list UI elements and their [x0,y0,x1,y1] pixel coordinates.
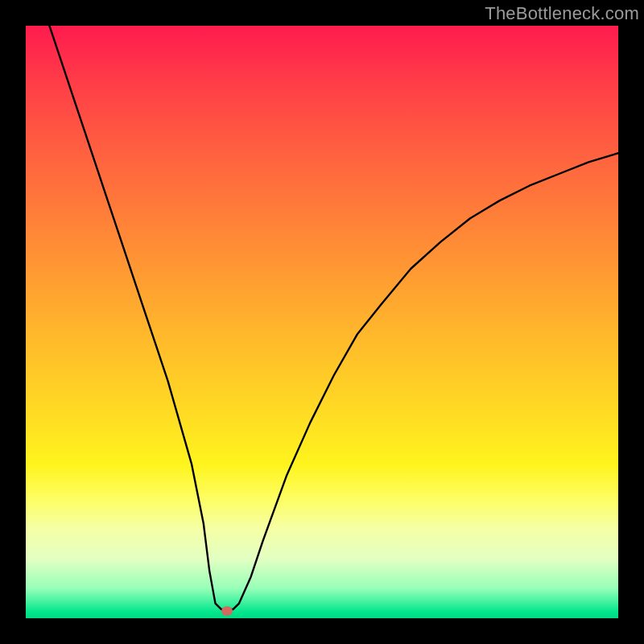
bottleneck-curve [26,26,618,618]
plot-area [26,26,618,618]
watermark-text: TheBottleneck.com [485,3,639,24]
curve-path [49,26,618,609]
optimum-marker [221,606,233,616]
chart-frame: TheBottleneck.com [0,0,644,644]
